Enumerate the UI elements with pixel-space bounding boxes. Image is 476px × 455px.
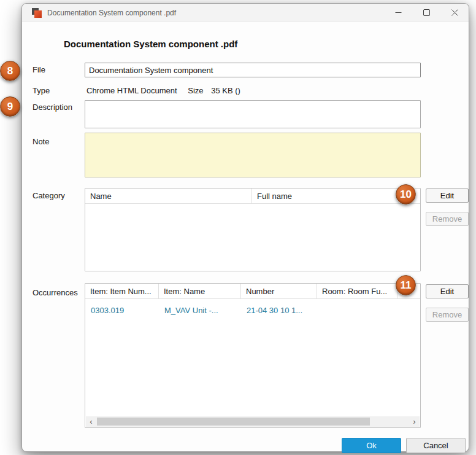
type-value-row: Chrome HTML Document Size 35 KB () bbox=[86, 86, 240, 95]
annotation-badge-11: 11 bbox=[396, 275, 416, 295]
annotation-badge-9: 9 bbox=[0, 96, 20, 117]
annotation-badge-10: 10 bbox=[396, 184, 416, 204]
file-label: File bbox=[33, 65, 45, 74]
category-column-name[interactable]: Name bbox=[85, 189, 252, 203]
type-value: Chrome HTML Document bbox=[86, 86, 177, 95]
screenshot-stage: Documentation System component .pdf Docu… bbox=[0, 0, 476, 455]
category-column-fullname[interactable]: Full name bbox=[252, 189, 420, 203]
type-label: Type bbox=[33, 86, 50, 95]
category-remove-button[interactable]: Remove bbox=[426, 212, 469, 226]
category-table[interactable]: Name Full name bbox=[85, 188, 421, 271]
size-value: 35 KB () bbox=[211, 86, 240, 95]
minimize-icon[interactable] bbox=[384, 4, 412, 21]
occurrence-cell-item-number: 0303.019 bbox=[85, 306, 159, 315]
close-icon[interactable] bbox=[440, 4, 469, 21]
occurrence-cell-item-name: M_VAV Unit -... bbox=[159, 306, 241, 315]
occurrences-remove-button[interactable]: Remove bbox=[426, 308, 469, 322]
annotation-badge-8: 8 bbox=[0, 61, 20, 81]
size-label: Size bbox=[188, 86, 203, 95]
scroll-left-icon[interactable]: ‹ bbox=[86, 416, 96, 427]
category-table-header: Name Full name bbox=[85, 189, 420, 204]
titlebar[interactable]: Documentation System component .pdf bbox=[22, 4, 469, 22]
category-edit-button[interactable]: Edit bbox=[426, 189, 469, 203]
description-textarea[interactable] bbox=[85, 100, 421, 128]
scroll-right-icon[interactable]: › bbox=[409, 416, 420, 427]
category-label: Category bbox=[33, 191, 65, 200]
horizontal-scrollbar[interactable]: ‹ › bbox=[86, 416, 420, 427]
occurrences-edit-button[interactable]: Edit bbox=[426, 284, 469, 298]
window-controls bbox=[384, 4, 469, 21]
occurrences-table-header: Item: Item Num... Item: Name Number Room… bbox=[85, 284, 420, 299]
app-icon bbox=[32, 8, 42, 18]
file-input[interactable] bbox=[85, 63, 421, 77]
scrollbar-thumb[interactable] bbox=[97, 418, 370, 426]
occurrence-cell-number: 21-04 30 10 1... bbox=[241, 306, 317, 315]
occurrences-label: Occurrences bbox=[33, 288, 78, 297]
occurrences-column-room[interactable]: Room: Room Fu... bbox=[317, 284, 397, 298]
maximize-icon[interactable] bbox=[412, 4, 440, 21]
cancel-button[interactable]: Cancel bbox=[406, 438, 466, 453]
note-label: Note bbox=[33, 137, 49, 146]
occurrence-row[interactable]: 0303.019 M_VAV Unit -... 21-04 30 10 1..… bbox=[85, 303, 420, 317]
dialog-heading: Documentation System component .pdf bbox=[64, 39, 237, 49]
window-title: Documentation System component .pdf bbox=[47, 9, 176, 17]
occurrences-column-item-number[interactable]: Item: Item Num... bbox=[85, 284, 159, 298]
description-label: Description bbox=[33, 103, 72, 112]
occurrences-column-item-name[interactable]: Item: Name bbox=[159, 284, 241, 298]
ok-button[interactable]: Ok bbox=[342, 438, 401, 453]
occurrences-table[interactable]: Item: Item Num... Item: Name Number Room… bbox=[85, 283, 421, 428]
app-icon-front-square bbox=[34, 10, 42, 18]
note-textarea[interactable] bbox=[85, 133, 421, 177]
occurrences-column-number[interactable]: Number bbox=[241, 284, 317, 298]
properties-dialog: Documentation System component .pdf Docu… bbox=[21, 3, 469, 452]
